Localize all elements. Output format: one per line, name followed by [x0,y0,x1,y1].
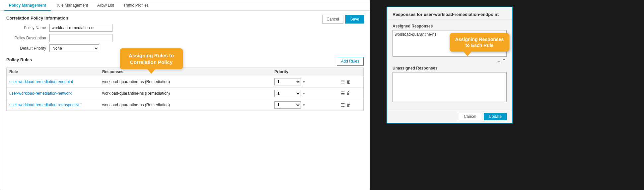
main-content: Correlation Policy Information Policy Na… [0,11,370,190]
move-icon-2[interactable]: ☰ [341,102,345,108]
modal-arrows: ⌄ ⌃ [393,58,507,63]
rule-link-retrospective[interactable]: user-workload-remediation-retrospective [9,103,102,107]
tooltip-right: Assigning Responses to Each Rule [450,33,509,52]
response-cell-0: workload-quarantine-ns (Remediation) [102,79,274,84]
dark-divider [370,0,380,190]
priority-cell-1: 1 ▼ [274,90,341,97]
col-actions [341,70,361,74]
default-priority-select[interactable]: None [49,44,99,52]
table-header: Rule Responses Priority [7,68,363,76]
action-icons-0: ☰ 🗑 [341,79,361,84]
tooltip-left: Assigning Rules to Correlation Policy [120,48,183,69]
policy-rules-table: Rule Responses Priority user-workload-re… [6,68,364,111]
action-icons-2: ☰ 🗑 [341,102,361,108]
default-priority-row: Default Priority None [6,44,364,52]
response-cell-1: workload-quarantine-ns (Remediation) [102,91,274,96]
policy-description-input[interactable] [49,34,112,42]
col-rule: Rule [9,70,102,74]
priority-select-0[interactable]: 1 [274,78,301,85]
priority-select-2[interactable]: 1 [274,101,301,109]
response-modal: Responses for user-workload-remediation-… [387,7,513,123]
policy-name-input[interactable] [49,24,112,32]
policy-description-label: Policy Description [6,36,49,40]
move-icon-0[interactable]: ☰ [341,79,345,84]
priority-select-1[interactable]: 1 [274,90,301,97]
tab-rule-management[interactable]: Rule Management [51,0,93,11]
move-down-button[interactable]: ⌄ [497,58,501,63]
policy-name-label: Policy Name [6,25,49,30]
delete-icon-1[interactable]: 🗑 [346,91,351,96]
tab-traffic-profiles[interactable]: Traffic Profiles [119,0,153,11]
priority-cell-0: 1 ▼ [274,78,341,85]
rule-link-network[interactable]: user-workload-remediation-network [9,91,102,96]
table-row: user-workload-remediation-network worklo… [7,88,363,99]
header-buttons: Cancel Save [322,15,364,24]
tab-bar: Policy Management Rule Management Allow … [0,0,370,11]
add-rules-button[interactable]: Add Rules [337,57,364,66]
delete-icon-2[interactable]: 🗑 [346,102,351,108]
move-up-button[interactable]: ⌃ [502,58,506,63]
left-panel: Policy Management Rule Management Allow … [0,0,370,190]
action-icons-1: ☰ 🗑 [341,91,361,96]
modal-footer: Cancel Update [387,110,512,123]
save-button[interactable]: Save [345,15,364,24]
rule-link-endpoint[interactable]: user-workload-remediation-endpoint [9,79,102,84]
policy-name-row: Policy Name [6,24,364,32]
chevron-down-icon-1: ▼ [302,92,306,95]
cancel-button[interactable]: Cancel [322,15,343,24]
default-priority-label: Default Priority [6,46,49,51]
tab-allow-list[interactable]: Allow List [93,0,119,11]
delete-icon-0[interactable]: 🗑 [346,79,351,84]
policy-rules-header: Policy Rules Add Rules [6,57,364,66]
move-icon-1[interactable]: ☰ [341,91,345,96]
modal-header: Responses for user-workload-remediation-… [387,7,512,20]
modal-update-button[interactable]: Update [484,113,507,120]
policy-rules-section-title: Policy Rules [6,57,32,62]
table-row: user-workload-remediation-retrospective … [7,99,363,111]
chevron-down-icon-2: ▼ [302,103,306,107]
table-row: user-workload-remediation-endpoint workl… [7,76,363,88]
col-priority: Priority [274,70,341,74]
chevron-down-icon-0: ▼ [302,80,306,84]
unassigned-responses-listbox[interactable] [393,72,507,102]
response-cell-2: workload-quarantine-ns (Remediation) [102,103,274,107]
unassigned-responses-label: Unassigned Responses [393,66,507,71]
right-panel: Responses for user-workload-remediation-… [380,0,644,190]
correlation-policy-section-title: Correlation Policy Information [6,16,364,21]
priority-cell-2: 1 ▼ [274,101,341,109]
col-responses: Responses [102,70,274,74]
policy-description-row: Policy Description [6,34,364,42]
tab-policy-management[interactable]: Policy Management [4,0,51,11]
modal-title: Responses for user-workload-remediation-… [393,12,499,17]
assigned-responses-label: Assigned Responses [393,24,507,28]
modal-cancel-button[interactable]: Cancel [459,113,481,120]
